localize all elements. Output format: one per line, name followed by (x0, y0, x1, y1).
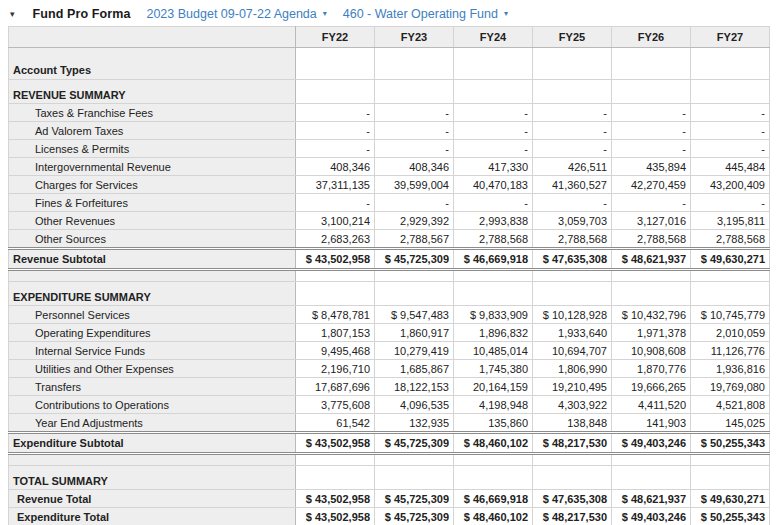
value-cell (612, 80, 691, 104)
value-cell: 19,666,265 (612, 378, 691, 396)
row-label: Licenses & Permits (9, 140, 296, 158)
value-cell: 4,198,948 (454, 396, 533, 414)
value-cell: - (296, 194, 375, 212)
value-cell: 3,100,214 (296, 212, 375, 230)
table-row: EXPENDITURE SUMMARY (9, 282, 770, 306)
value-cell: 138,848 (533, 414, 612, 433)
column-header-fy23: FY23 (375, 27, 454, 48)
row-label: Internal Service Funds (9, 342, 296, 360)
budget-dropdown-label: 2023 Budget 09-07-22 Agenda (146, 7, 316, 21)
value-cell: 408,346 (296, 158, 375, 176)
table-row: Taxes & Franchise Fees------ (9, 104, 770, 122)
value-cell: 2,993,838 (454, 212, 533, 230)
value-cell: 1,806,990 (533, 360, 612, 378)
value-cell: 20,164,159 (454, 378, 533, 396)
table-row: Internal Service Funds9,495,46810,279,41… (9, 342, 770, 360)
value-cell: - (691, 194, 770, 212)
table-row: Expenditure Subtotal$ 43,502,958$ 45,725… (9, 433, 770, 454)
value-cell (375, 466, 454, 490)
table-row: Charges for Services37,311,13539,599,004… (9, 176, 770, 194)
value-cell (533, 282, 612, 306)
value-cell: $ 47,635,308 (533, 249, 612, 270)
value-cell (375, 282, 454, 306)
value-cell: $ 10,128,928 (533, 306, 612, 324)
value-cell (454, 80, 533, 104)
value-cell: 1,860,917 (375, 324, 454, 342)
value-cell (454, 282, 533, 306)
row-label: Account Types (9, 48, 296, 80)
value-cell: $ 45,725,309 (375, 249, 454, 270)
value-cell: $ 43,502,958 (296, 433, 375, 454)
value-cell (296, 80, 375, 104)
budget-dropdown[interactable]: 2023 Budget 09-07-22 Agenda ▾ (146, 7, 326, 21)
value-cell (296, 454, 375, 466)
value-cell: 19,769,080 (691, 378, 770, 396)
value-cell: 408,346 (375, 158, 454, 176)
value-cell: $ 43,502,958 (296, 508, 375, 525)
column-header-fy22: FY22 (296, 27, 375, 48)
value-cell: - (533, 194, 612, 212)
value-cell (691, 270, 770, 282)
value-cell: $ 10,432,796 (612, 306, 691, 324)
value-cell: 18,122,153 (375, 378, 454, 396)
row-label: Charges for Services (9, 176, 296, 194)
value-cell: 417,330 (454, 158, 533, 176)
value-cell: $ 45,725,309 (375, 490, 454, 508)
fund-dropdown[interactable]: 460 - Water Operating Fund ▾ (343, 7, 508, 21)
value-cell (612, 454, 691, 466)
value-cell: 40,470,183 (454, 176, 533, 194)
row-label: EXPENDITURE SUMMARY (9, 282, 296, 306)
value-cell: - (533, 122, 612, 140)
page-title: Fund Pro Forma (33, 7, 131, 21)
value-cell (691, 454, 770, 466)
value-cell: $ 46,669,918 (454, 490, 533, 508)
value-cell: 1,807,153 (296, 324, 375, 342)
value-cell: $ 49,403,246 (612, 508, 691, 525)
collapse-caret-icon[interactable]: ▾ (8, 10, 17, 19)
value-cell: $ 47,635,308 (533, 490, 612, 508)
row-label: Taxes & Franchise Fees (9, 104, 296, 122)
value-cell: 2,196,710 (296, 360, 375, 378)
value-cell: 426,511 (533, 158, 612, 176)
value-cell (296, 466, 375, 490)
value-cell: - (375, 140, 454, 158)
value-cell: 2,788,568 (454, 230, 533, 249)
value-cell: 445,484 (691, 158, 770, 176)
value-cell (691, 282, 770, 306)
row-label: Fines & Forfeitures (9, 194, 296, 212)
value-cell: 1,933,640 (533, 324, 612, 342)
value-cell: $ 10,745,779 (691, 306, 770, 324)
value-cell: 435,894 (612, 158, 691, 176)
value-cell: $ 49,403,246 (612, 433, 691, 454)
value-cell: 2,683,263 (296, 230, 375, 249)
table-row: TOTAL SUMMARY (9, 466, 770, 490)
value-cell: 4,096,535 (375, 396, 454, 414)
value-cell: - (375, 104, 454, 122)
value-cell: $ 43,502,958 (296, 490, 375, 508)
table-row: Personnel Services$ 8,478,781$ 9,547,483… (9, 306, 770, 324)
value-cell (533, 48, 612, 80)
value-cell: - (533, 104, 612, 122)
table-row: Expenditure Total$ 43,502,958$ 45,725,30… (9, 508, 770, 525)
value-cell: - (454, 122, 533, 140)
table-row: Account Types (9, 48, 770, 80)
value-cell: 43,200,409 (691, 176, 770, 194)
value-cell: - (454, 104, 533, 122)
top-bar: ▾ Fund Pro Forma 2023 Budget 09-07-22 Ag… (0, 0, 780, 26)
value-cell: - (454, 140, 533, 158)
value-cell: - (612, 194, 691, 212)
table-row: Other Revenues3,100,2142,929,3922,993,83… (9, 212, 770, 230)
value-cell: $ 48,621,937 (612, 490, 691, 508)
value-cell: 11,126,776 (691, 342, 770, 360)
value-cell: 2,788,568 (533, 230, 612, 249)
value-cell: 10,485,014 (454, 342, 533, 360)
value-cell: 2,010,059 (691, 324, 770, 342)
value-cell: 10,908,608 (612, 342, 691, 360)
value-cell: 2,788,568 (691, 230, 770, 249)
value-cell: $ 9,547,483 (375, 306, 454, 324)
pro-forma-table: FY22FY23FY24FY25FY26FY27 Account TypesRE… (8, 26, 770, 525)
table-row: Utilities and Other Expenses2,196,7101,6… (9, 360, 770, 378)
value-cell (612, 282, 691, 306)
row-label: Ad Valorem Taxes (9, 122, 296, 140)
value-cell: 41,360,527 (533, 176, 612, 194)
